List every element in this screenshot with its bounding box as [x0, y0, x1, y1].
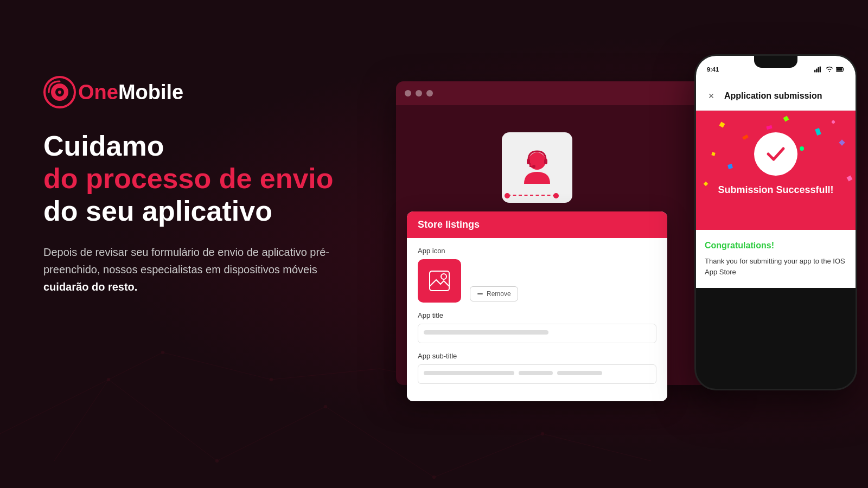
- phone-time: 9:41: [707, 66, 719, 73]
- logo-mobile: Mobile: [118, 81, 183, 104]
- checkmark-icon: [764, 142, 788, 166]
- confetti-piece: [831, 119, 835, 124]
- browser-topbar: [396, 81, 722, 105]
- svg-point-11: [107, 378, 110, 381]
- phone-status-icons: [814, 66, 845, 73]
- svg-point-12: [215, 459, 219, 463]
- phone-congrats-area: Congratulations! Thank you for submittin…: [696, 230, 856, 288]
- confetti-piece: [800, 146, 804, 151]
- browser-dot-3: [426, 90, 433, 97]
- phone-close-button[interactable]: ×: [705, 89, 718, 102]
- connector-line: [507, 195, 556, 196]
- app-title-input[interactable]: [418, 324, 656, 343]
- wifi-icon: [825, 66, 834, 73]
- svg-rect-29: [814, 70, 815, 73]
- congrats-title: Congratulations!: [705, 241, 847, 251]
- app-subtitle-placeholder1: [424, 371, 514, 375]
- subtext: Depois de revisar seu formulário de envi…: [43, 243, 358, 296]
- browser-dot-2: [416, 90, 422, 97]
- svg-rect-30: [816, 68, 817, 72]
- confetti-piece: [783, 116, 789, 122]
- svg-point-16: [432, 476, 436, 479]
- svg-rect-26: [430, 271, 449, 291]
- app-subtitle-label: App sub-title: [418, 352, 656, 360]
- app-icon-label: App icon: [418, 247, 656, 255]
- phone-status-bar: 9:41: [696, 56, 856, 83]
- remove-button[interactable]: Remove: [470, 286, 518, 301]
- confetti-piece: [767, 125, 773, 130]
- right-content: Store listings App icon R: [380, 27, 868, 472]
- browser-dot-1: [405, 90, 411, 97]
- svg-point-21: [58, 91, 61, 94]
- checkmark-circle: [754, 132, 797, 176]
- svg-line-2: [217, 407, 326, 461]
- confetti-piece: [712, 152, 716, 156]
- confetti-piece: [727, 164, 733, 169]
- svg-line-9: [54, 380, 108, 461]
- connector-dot-left: [505, 193, 510, 198]
- svg-rect-34: [837, 68, 842, 70]
- app-subtitle-input[interactable]: [418, 364, 656, 384]
- headline: Cuidamo do processo de envio do seu apli…: [43, 130, 380, 227]
- logo-one: One: [78, 81, 118, 104]
- card-header: Store listings: [407, 211, 667, 238]
- svg-point-25: [532, 165, 535, 168]
- congrats-text: Thank you for submitting your app to the…: [705, 256, 847, 277]
- confetti-piece: [847, 176, 853, 182]
- close-icon: ×: [709, 91, 714, 102]
- confetti-piece: [703, 182, 707, 186]
- svg-rect-28: [477, 293, 483, 294]
- confetti-piece: [719, 122, 725, 128]
- store-listings-title: Store listings: [418, 219, 480, 230]
- app-subtitle-placeholder3: [557, 371, 603, 375]
- app-icon-box: [418, 259, 461, 303]
- svg-point-15: [270, 378, 273, 381]
- svg-line-8: [271, 369, 380, 380]
- headline-line2: do processo de envio: [43, 163, 334, 194]
- logo-text: OneMobile: [78, 81, 183, 104]
- subtext-normal: Depois de revisar seu formulário de envi…: [43, 246, 329, 275]
- phone-header-title: Application submission: [724, 91, 822, 101]
- headline-line1: Cuidamo: [43, 130, 164, 162]
- svg-point-27: [441, 274, 446, 279]
- svg-point-14: [161, 351, 164, 354]
- headline-line3: do seu aplicativo: [43, 195, 272, 227]
- phone-success-area: Submission Successfull!: [696, 111, 856, 230]
- confetti-piece: [815, 128, 821, 136]
- connector-dot-right: [553, 193, 559, 198]
- svg-rect-32: [820, 66, 821, 72]
- svg-rect-24: [544, 159, 547, 164]
- confetti-piece: [742, 134, 749, 140]
- app-icon-area: Remove: [418, 259, 656, 304]
- logo-icon: [43, 76, 76, 108]
- store-listings-card: Store listings App icon R: [407, 211, 667, 401]
- remove-button-label: Remove: [487, 290, 511, 298]
- image-placeholder-icon: [427, 269, 451, 293]
- success-text: Submission Successfull!: [718, 184, 833, 196]
- card-body: App icon Remove: [407, 238, 667, 401]
- svg-line-0: [0, 380, 108, 434]
- avatar-box: [502, 132, 572, 203]
- app-title-label: App title: [418, 311, 656, 319]
- phone-header-bar: × Application submission: [696, 83, 856, 111]
- battery-icon: [836, 66, 845, 73]
- app-subtitle-placeholder2: [519, 371, 553, 375]
- logo: OneMobile: [43, 76, 380, 108]
- remove-icon: [477, 291, 483, 297]
- signal-icon: [814, 66, 823, 73]
- phone-notch: [754, 56, 797, 68]
- svg-rect-31: [818, 67, 819, 73]
- svg-line-6: [108, 352, 163, 380]
- subtext-bold: cuidarão do resto.: [43, 281, 137, 293]
- app-title-placeholder: [424, 330, 548, 335]
- svg-line-7: [163, 352, 271, 380]
- svg-line-1: [108, 380, 217, 461]
- confetti-piece: [839, 139, 845, 145]
- browser-body: [396, 105, 722, 214]
- avatar-icon: [515, 146, 559, 189]
- phone-mockup: 9:41: [694, 54, 857, 390]
- left-content: OneMobile Cuidamo do processo de envio d…: [43, 76, 380, 296]
- svg-point-13: [324, 405, 327, 408]
- svg-point-22: [528, 152, 546, 170]
